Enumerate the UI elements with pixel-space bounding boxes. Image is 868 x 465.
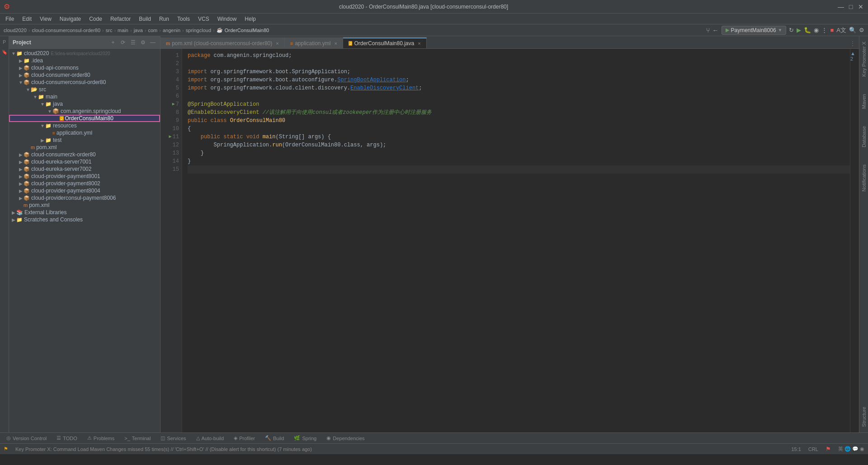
tab-java-close[interactable]: ×	[418, 41, 420, 46]
menu-help[interactable]: Help	[241, 15, 259, 23]
tree-item-zk-order80[interactable]: ▶ 📦 cloud-consumerzk-order80	[9, 151, 160, 158]
code-content[interactable]: package com.angenin.springcloud; import …	[182, 49, 850, 432]
tab-yml-close[interactable]: ×	[335, 41, 337, 46]
back-button[interactable]: ←	[712, 27, 719, 34]
folder-icon-idea: 📁	[24, 58, 30, 64]
tab-yml[interactable]: ≡ application.yml ×	[285, 38, 343, 48]
panel-sync-icon[interactable]: ⟳	[119, 39, 127, 46]
run-button[interactable]: ▶	[797, 27, 801, 33]
tab-java[interactable]: J OrderConsulMain80.java ×	[343, 38, 427, 48]
bottom-tab-build[interactable]: 🔨 Build	[260, 434, 288, 442]
more-run-button[interactable]: ⋮	[821, 27, 827, 33]
breadcrumb-springcloud[interactable]: springcloud	[186, 28, 211, 33]
bottom-tab-profiler[interactable]: ◈ Profiler	[229, 434, 259, 442]
menu-navigate[interactable]: Navigate	[56, 15, 85, 23]
tab-more-button[interactable]: ⋮	[846, 38, 859, 48]
stop-button[interactable]: ■	[830, 27, 834, 33]
editor-tabs: m pom.xml (cloud-consumerconsul-order80)…	[160, 36, 859, 49]
panel-new-icon[interactable]: +	[109, 39, 117, 46]
menu-file[interactable]: File	[2, 15, 18, 23]
panel-settings-icon[interactable]: ⚙	[139, 39, 146, 46]
tree-label-pom-consul: pom.xml	[36, 144, 57, 150]
xml-icon-pom: m	[31, 145, 35, 150]
run-config-dropdown[interactable]: ▶ PaymentMain8006 ▼	[722, 26, 787, 35]
tree-item-src[interactable]: ▼ 📂 src	[9, 86, 160, 93]
tree-item-java[interactable]: ▼ 📁 java	[9, 100, 160, 108]
panel-collapse-icon[interactable]: ☰	[129, 39, 137, 46]
tree-item-consumer-order80[interactable]: ▶ 📦 cloud-consumer-order80	[9, 71, 160, 79]
tree-item-test[interactable]: ▶ 📁 test	[9, 136, 160, 144]
bottom-tab-services[interactable]: ◫ Services	[156, 434, 190, 442]
menu-edit[interactable]: Edit	[19, 15, 35, 23]
menu-refactor[interactable]: Refactor	[107, 15, 134, 23]
menu-code[interactable]: Code	[85, 15, 106, 23]
tree-item-cloud2020[interactable]: ▼ 📁 cloud2020 E:\idea-workspace\cloud202…	[9, 50, 160, 57]
refresh-button[interactable]: ↻	[789, 27, 794, 33]
run-marker-7[interactable]: ▶	[172, 100, 175, 108]
right-sidebar: Key Promoter X Maven Database Notificati…	[859, 36, 868, 432]
bottom-tab-problems[interactable]: ⚠ Problems	[83, 434, 119, 442]
menu-tools[interactable]: Tools	[174, 15, 193, 23]
tree-item-payment8001[interactable]: ▶ 📦 cloud-provider-payment8001	[9, 173, 160, 180]
right-sidebar-database[interactable]: Database	[860, 122, 868, 151]
tree-item-resources[interactable]: ▼ 📁 resources	[9, 122, 160, 129]
breadcrumb-cloud2020[interactable]: cloud2020	[4, 28, 27, 33]
bottom-tab-dependencies[interactable]: ◉ Dependencies	[322, 434, 369, 442]
tree-item-pom-consul[interactable]: m pom.xml	[9, 144, 160, 151]
breadcrumb-main[interactable]: main	[118, 28, 128, 33]
breadcrumb-com[interactable]: com	[148, 28, 157, 33]
bottom-tab-spring[interactable]: 🌿 Spring	[289, 434, 321, 442]
bottom-tab-terminal[interactable]: >_ Terminal	[120, 435, 155, 442]
settings-button[interactable]: ⚙	[859, 27, 864, 33]
tree-item-payment8004[interactable]: ▶ 📦 cloud-provider-payment8004	[9, 187, 160, 194]
tree-item-pom-root[interactable]: m pom.xml	[9, 202, 160, 209]
menu-view[interactable]: View	[36, 15, 55, 23]
tree-item-consul-order80[interactable]: ▼ 📦 cloud-consumerconsul-order80	[9, 79, 160, 86]
breadcrumb-src[interactable]: src	[106, 28, 113, 33]
tree-label-main: main	[46, 94, 57, 100]
breadcrumb-angenin[interactable]: angenin	[163, 28, 180, 33]
coverage-button[interactable]: ◉	[814, 27, 819, 33]
maximize-button[interactable]: □	[847, 3, 854, 10]
tab-yml-label: application.yml	[295, 40, 330, 47]
tree-item-ext-libs[interactable]: ▶ 📚 External Libraries	[9, 209, 160, 216]
tab-pom-close[interactable]: ×	[276, 41, 278, 46]
tree-item-eureka7001[interactable]: ▶ 📦 cloud-eureka-server7001	[9, 158, 160, 165]
right-sidebar-keypromoter[interactable]: Key Promoter X	[860, 38, 868, 80]
panel-minimize-icon[interactable]: —	[149, 39, 156, 46]
run-marker-11[interactable]: ▶	[169, 133, 172, 141]
breadcrumb-module[interactable]: cloud-consumerconsul-order80	[32, 28, 100, 33]
git-icon[interactable]: ⑂	[706, 27, 710, 34]
tree-item-orderconsulmain80[interactable]: J OrderConsulMain80	[9, 115, 160, 122]
menu-build[interactable]: Build	[135, 15, 155, 23]
tree-item-eureka7002[interactable]: ▶ 📦 cloud-eureka-server7002	[9, 165, 160, 173]
tree-item-idea[interactable]: ▶ 📁 .idea	[9, 57, 160, 64]
breadcrumb-filename[interactable]: OrderConsulMain80	[225, 28, 269, 33]
tree-item-payment8002[interactable]: ▶ 📦 cloud-provider-payment8002	[9, 180, 160, 187]
translate-button[interactable]: A文	[836, 26, 846, 34]
tree-item-scratches[interactable]: ▶ 📁 Scratches and Consoles	[9, 216, 160, 223]
menu-run[interactable]: Run	[156, 15, 173, 23]
tab-pom-xml[interactable]: m pom.xml (cloud-consumerconsul-order80)…	[160, 38, 285, 48]
right-sidebar-maven[interactable]: Maven	[860, 90, 868, 113]
right-sidebar-structure[interactable]: Structure	[860, 403, 868, 431]
bottom-tab-auto-build[interactable]: △ Auto-build	[192, 434, 229, 442]
sidebar-project-icon[interactable]: P	[0, 38, 9, 46]
tree-item-api-commons[interactable]: ▶ 📦 cloud-api-commons	[9, 64, 160, 71]
tree-item-package[interactable]: ▼ 📦 com.angenin.springcloud	[9, 108, 160, 115]
debug-button[interactable]: 🐛	[804, 27, 811, 33]
tree-item-payment8006[interactable]: ▶ 📦 cloud-providerconsul-payment8006	[9, 194, 160, 202]
close-button[interactable]: ✕	[857, 3, 864, 10]
search-button[interactable]: 🔍	[849, 27, 856, 33]
sidebar-bookmarks-icon[interactable]: 🔖	[0, 48, 9, 56]
bottom-tab-version-control[interactable]: ◎ Version Control	[2, 434, 51, 442]
right-sidebar-notifications[interactable]: Notifications	[860, 161, 868, 195]
menu-window[interactable]: Window	[214, 15, 241, 23]
minimize-button[interactable]: —	[837, 3, 844, 10]
tree-item-yaml[interactable]: ≡ application.yml	[9, 129, 160, 136]
breadcrumb-java[interactable]: java	[134, 28, 143, 33]
bottom-tab-todo[interactable]: ☰ TODO	[52, 434, 82, 442]
tree-item-main[interactable]: ▼ 📁 main	[9, 93, 160, 100]
tree-label-yaml: application.yml	[57, 130, 92, 136]
menu-vcs[interactable]: VCS	[194, 15, 213, 23]
